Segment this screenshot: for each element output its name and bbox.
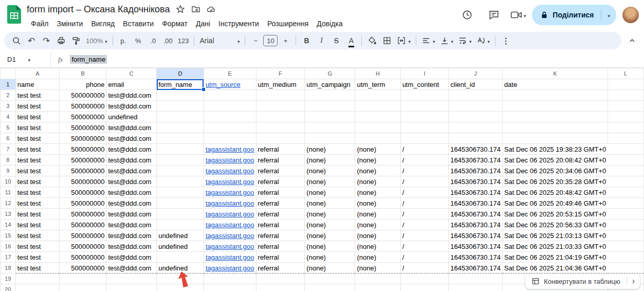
row-header-18[interactable]: 18 [1, 263, 16, 274]
cell-G18[interactable]: (none) [305, 263, 355, 274]
cell-A20[interactable] [15, 284, 59, 291]
cell-J4[interactable] [449, 112, 503, 122]
cell-G9[interactable]: (none) [305, 166, 355, 176]
cell-K10[interactable]: Sat Dec 06 2025 20:35:28 GMT+0 [502, 176, 608, 187]
cell-F3[interactable] [256, 101, 305, 112]
cell-E18[interactable]: tagassistant.goo [204, 263, 256, 274]
cell-A5[interactable]: test test [15, 122, 59, 133]
italic-button[interactable]: I [314, 33, 328, 48]
row-header-17[interactable]: 17 [1, 252, 16, 263]
cell-A7[interactable]: test test [15, 144, 59, 155]
cell-I13[interactable]: / [400, 209, 449, 220]
cell-L10[interactable] [608, 176, 643, 187]
cell-I8[interactable]: / [400, 155, 449, 166]
cell-H5[interactable] [355, 122, 400, 133]
column-header-F[interactable]: F [256, 68, 305, 79]
cell-C9[interactable]: test@ddd.com [106, 166, 157, 176]
cell-F11[interactable]: referral [256, 187, 305, 198]
cell-J18[interactable]: 1645306730.174 [449, 263, 503, 274]
cell-D11[interactable] [157, 187, 204, 198]
cell-C3[interactable]: test@ddd.com [106, 101, 157, 112]
row-header-7[interactable]: 7 [1, 144, 16, 155]
cell-E11[interactable]: tagassistant.goo [204, 187, 256, 198]
row-header-3[interactable]: 3 [1, 101, 16, 112]
cell-C18[interactable]: test@ddd.com [106, 263, 157, 274]
text-rotation-button[interactable] [474, 33, 492, 48]
cell-K18[interactable]: Sat Dec 06 2025 21:04:36 GMT+0 [502, 263, 608, 274]
cell-G6[interactable] [305, 133, 355, 144]
cell-L4[interactable] [608, 112, 643, 122]
cell-D12[interactable] [157, 198, 204, 209]
menu-view[interactable]: Вигляд [87, 18, 119, 29]
cell-C11[interactable]: test@ddd.com [106, 187, 157, 198]
cell-B3[interactable]: 500000000 [59, 101, 106, 112]
cell-J10[interactable]: 1645306730.174 [449, 176, 503, 187]
cell-L8[interactable] [608, 155, 643, 166]
paint-format-icon[interactable] [69, 33, 83, 48]
row-header-11[interactable]: 11 [1, 187, 16, 198]
cell-G15[interactable]: (none) [305, 230, 355, 241]
percent-format-button[interactable]: % [131, 33, 145, 48]
sheets-logo-icon[interactable] [7, 5, 21, 24]
cell-J12[interactable]: 1645306730.174 [449, 198, 503, 209]
currency-format-button[interactable]: р. [116, 33, 131, 48]
cell-L9[interactable] [608, 166, 643, 176]
cell-F12[interactable]: referral [256, 198, 305, 209]
cell-B5[interactable]: 500000000 [59, 122, 106, 133]
cell-G14[interactable]: (none) [305, 220, 355, 230]
cell-B19[interactable] [59, 274, 106, 284]
cell-I9[interactable]: / [400, 166, 449, 176]
column-header-D[interactable]: D [157, 68, 204, 79]
cell-E7[interactable]: tagassistant.goo [204, 144, 256, 155]
cell-L15[interactable] [608, 230, 643, 241]
cell-L7[interactable] [608, 144, 643, 155]
cell-D17[interactable] [157, 252, 204, 263]
cell-E8[interactable]: tagassistant.goo [204, 155, 256, 166]
cell-C4[interactable]: undefined [106, 112, 157, 122]
video-call-caret-icon[interactable] [524, 10, 526, 20]
cloud-status-icon[interactable] [207, 5, 216, 14]
menu-insert[interactable]: Вставити [119, 18, 158, 29]
select-all-corner[interactable] [1, 68, 16, 79]
cell-J16[interactable]: 1645306730.174 [449, 241, 503, 252]
cell-H12[interactable]: (none) [355, 198, 400, 209]
row-header-2[interactable]: 2 [1, 90, 16, 101]
cell-I11[interactable]: / [400, 187, 449, 198]
cell-E20[interactable] [204, 284, 256, 291]
search-icon[interactable] [9, 33, 24, 48]
cell-C5[interactable]: test@ddd.com [106, 122, 157, 133]
cell-A17[interactable]: test test [15, 252, 59, 263]
cell-G11[interactable]: (none) [305, 187, 355, 198]
column-header-I[interactable]: I [400, 68, 449, 79]
cell-J17[interactable]: 1645306730.174 [449, 252, 503, 263]
cell-L14[interactable] [608, 220, 643, 230]
cell-F17[interactable]: referral [256, 252, 305, 263]
cell-A8[interactable]: test test [15, 155, 59, 166]
cell-K7[interactable]: Sat Dec 06 2025 19:38:23 GMT+0 [502, 144, 608, 155]
cell-G3[interactable] [305, 101, 355, 112]
merge-cells-button[interactable] [395, 33, 413, 48]
cell-K3[interactable] [502, 101, 608, 112]
cell-K17[interactable]: Sat Dec 06 2025 21:04:19 GMT+0 [502, 252, 608, 263]
cell-G8[interactable]: (none) [305, 155, 355, 166]
cell-F15[interactable]: referral [256, 230, 305, 241]
borders-icon[interactable] [380, 33, 394, 48]
cell-H14[interactable]: (none) [355, 220, 400, 230]
cell-F10[interactable]: referral [256, 176, 305, 187]
cell-A2[interactable]: test test [15, 90, 59, 101]
cell-C12[interactable]: test@ddd.com [106, 198, 157, 209]
menu-format[interactable]: Формат [158, 18, 192, 29]
cell-J2[interactable] [449, 90, 503, 101]
horizontal-align-button[interactable] [419, 33, 437, 48]
cell-E19[interactable] [204, 274, 256, 284]
cell-C16[interactable]: test@ddd.com [106, 241, 157, 252]
cell-F4[interactable] [256, 112, 305, 122]
cell-A11[interactable]: test test [15, 187, 59, 198]
cell-J6[interactable] [449, 133, 503, 144]
cell-J15[interactable]: 1645306730.174 [449, 230, 503, 241]
cell-H7[interactable]: (none) [355, 144, 400, 155]
row-header-9[interactable]: 9 [1, 166, 16, 176]
cell-J19[interactable] [449, 274, 503, 284]
row-header-15[interactable]: 15 [1, 230, 16, 241]
cell-L13[interactable] [608, 209, 643, 220]
